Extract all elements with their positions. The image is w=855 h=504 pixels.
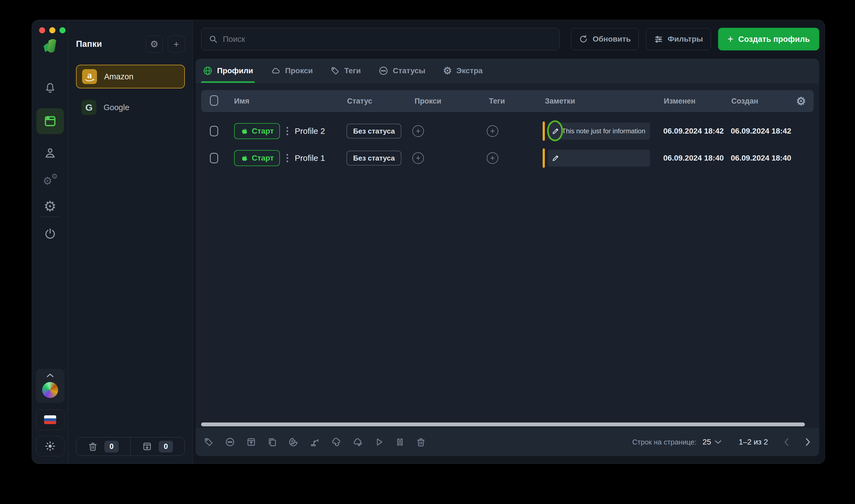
table-settings-gear-icon[interactable]: ⚙ bbox=[789, 95, 814, 107]
create-profile-button[interactable]: + Создать профиль bbox=[718, 28, 819, 50]
app-window: ⚙⚙ ⚙ bbox=[32, 20, 825, 464]
language-switcher-button[interactable] bbox=[36, 410, 65, 430]
sun-icon bbox=[44, 440, 56, 452]
close-window-button[interactable] bbox=[39, 27, 45, 33]
user-menu[interactable] bbox=[36, 369, 65, 403]
power-icon[interactable] bbox=[44, 228, 56, 240]
bulk-delete-icon[interactable] bbox=[416, 437, 426, 447]
automation-gears-icon[interactable]: ⚙⚙ bbox=[42, 174, 58, 187]
created-date: 06.09.2024 18:40 bbox=[723, 154, 789, 162]
column-header-tags: Теги bbox=[481, 97, 540, 106]
profiles-panel: Профили Прокси bbox=[196, 59, 819, 456]
add-folder-button[interactable]: + bbox=[168, 36, 185, 53]
previous-page-button[interactable] bbox=[783, 438, 789, 447]
row-menu-kebab-icon[interactable] bbox=[285, 152, 290, 164]
trash-counter-button[interactable]: 0 bbox=[76, 437, 130, 455]
bulk-cloud-edit-icon[interactable] bbox=[353, 437, 363, 447]
tab-profiles[interactable]: Профили bbox=[201, 59, 255, 83]
chevron-left-icon bbox=[783, 438, 789, 447]
table-header: Имя Статус Прокси Теги Заметки Изменен С… bbox=[201, 90, 814, 112]
bulk-tag-icon[interactable] bbox=[204, 437, 214, 447]
pencil-icon bbox=[551, 127, 560, 135]
settings-gear-icon[interactable]: ⚙ bbox=[43, 200, 56, 213]
folders-settings-button[interactable]: ⚙ bbox=[146, 36, 163, 53]
note-field[interactable]: This note just for information bbox=[548, 123, 650, 140]
status-badge[interactable]: Без статуса bbox=[346, 124, 401, 139]
next-page-button[interactable] bbox=[805, 438, 811, 447]
screenshot-stage: ⚙⚙ ⚙ bbox=[0, 0, 855, 504]
google-folder-icon: G bbox=[82, 100, 96, 115]
profile-name: Profile 1 bbox=[295, 154, 325, 163]
icon-rail: ⚙⚙ ⚙ bbox=[32, 20, 68, 464]
row-menu-kebab-icon[interactable] bbox=[285, 125, 290, 137]
russian-flag-icon bbox=[44, 415, 56, 424]
bulk-status-icon[interactable] bbox=[225, 437, 235, 447]
folder-counters: 0 0 bbox=[76, 437, 185, 456]
note-field[interactable] bbox=[548, 149, 650, 167]
main-area: Обновить Фильтры + Создать профиль bbox=[193, 20, 825, 464]
refresh-icon bbox=[579, 34, 588, 44]
created-date: 06.09.2024 18:42 bbox=[723, 127, 789, 136]
chevron-up-icon bbox=[46, 373, 54, 378]
profiles-table: Имя Статус Прокси Теги Заметки Изменен С… bbox=[196, 83, 819, 428]
add-proxy-button[interactable]: + bbox=[412, 152, 424, 164]
folder-item-amazon[interactable]: a Amazon bbox=[76, 65, 185, 88]
modified-date: 06.09.2024 18:40 bbox=[656, 154, 723, 162]
bulk-duplicate-icon[interactable] bbox=[267, 437, 277, 447]
column-header-name: Имя bbox=[226, 97, 339, 106]
bulk-cookies-icon[interactable] bbox=[288, 437, 299, 447]
rail-divider bbox=[40, 217, 60, 217]
folders-title: Папки bbox=[76, 39, 102, 49]
bulk-transfer-icon[interactable] bbox=[309, 437, 320, 447]
refresh-button[interactable]: Обновить bbox=[571, 28, 639, 50]
filters-button[interactable]: Фильтры bbox=[646, 28, 711, 50]
sidebar-item-profiles-active[interactable] bbox=[36, 108, 64, 134]
folder-list: a Amazon G Google bbox=[76, 65, 185, 119]
select-all-checkbox[interactable] bbox=[210, 95, 218, 106]
column-header-notes: Заметки bbox=[540, 97, 656, 106]
status-badge[interactable]: Без статуса bbox=[346, 151, 401, 165]
minimize-window-button[interactable] bbox=[49, 27, 55, 33]
add-tag-button[interactable]: + bbox=[487, 125, 498, 137]
bulk-export-icon[interactable] bbox=[246, 437, 256, 447]
zoom-window-button[interactable] bbox=[59, 27, 66, 33]
account-person-icon[interactable] bbox=[44, 147, 56, 160]
tab-extra[interactable]: ⚙ Экстра bbox=[441, 59, 484, 83]
bulk-pause-icon[interactable] bbox=[395, 437, 405, 447]
rows-per-page-select[interactable]: 25 bbox=[703, 438, 722, 447]
search-bar bbox=[201, 28, 560, 50]
theme-toggle-button[interactable] bbox=[36, 436, 65, 456]
row-checkbox[interactable] bbox=[210, 153, 218, 163]
bulk-cloud-sync-icon[interactable] bbox=[331, 437, 342, 447]
tab-proxies[interactable]: Прокси bbox=[269, 59, 315, 83]
start-profile-button[interactable]: Старт bbox=[234, 150, 280, 166]
tab-tags[interactable]: Теги bbox=[329, 59, 362, 83]
start-profile-button[interactable]: Старт bbox=[234, 123, 280, 139]
bulk-start-icon[interactable] bbox=[374, 437, 384, 447]
search-input[interactable] bbox=[223, 35, 552, 44]
archive-count-badge: 0 bbox=[159, 440, 173, 452]
note-color-bar bbox=[542, 148, 545, 168]
amazon-folder-icon: a bbox=[82, 69, 97, 84]
trash-icon bbox=[88, 441, 98, 452]
archive-box-icon bbox=[142, 441, 152, 452]
pencil-icon bbox=[551, 154, 560, 162]
plus-icon: + bbox=[728, 35, 733, 43]
notifications-bell-icon[interactable] bbox=[44, 82, 56, 94]
note-text: This note just for information bbox=[562, 127, 645, 135]
traffic-lights bbox=[39, 27, 66, 33]
horizontal-scrollbar[interactable] bbox=[201, 422, 805, 426]
row-checkbox[interactable] bbox=[210, 126, 218, 136]
add-proxy-button[interactable]: + bbox=[412, 125, 424, 137]
profile-name: Profile 2 bbox=[295, 126, 325, 136]
add-tag-button[interactable]: + bbox=[487, 152, 498, 164]
filters-sliders-icon bbox=[654, 34, 663, 44]
gear-icon: ⚙ bbox=[150, 39, 158, 50]
bulk-action-toolbar bbox=[204, 437, 426, 447]
globe-icon bbox=[203, 66, 213, 76]
archive-counter-button[interactable]: 0 bbox=[130, 437, 184, 455]
folder-item-google[interactable]: G Google bbox=[76, 95, 185, 119]
table-rows: Старт Profile 2 Без статуса + + bbox=[201, 120, 814, 169]
table-row: Старт Profile 2 Без статуса + + bbox=[201, 120, 814, 142]
tab-statuses[interactable]: Статусы bbox=[377, 59, 427, 83]
